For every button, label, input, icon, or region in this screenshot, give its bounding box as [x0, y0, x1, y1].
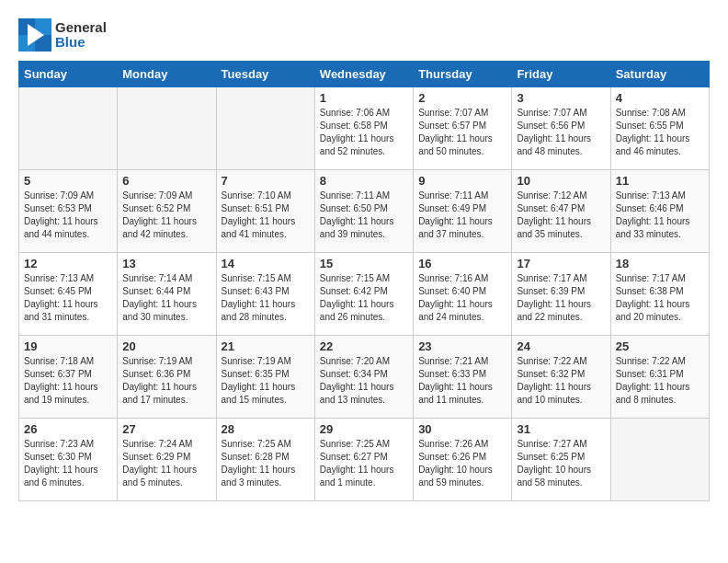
day-info: Sunrise: 7:07 AMSunset: 6:56 PMDaylight:… [517, 107, 605, 158]
day-info: Sunrise: 7:12 AMSunset: 6:47 PMDaylight:… [517, 190, 605, 241]
calendar-day-cell: 5Sunrise: 7:09 AMSunset: 6:53 PMDaylight… [19, 170, 118, 253]
calendar-day-cell: 8Sunrise: 7:11 AMSunset: 6:50 PMDaylight… [314, 170, 413, 253]
day-number: 22 [320, 339, 408, 353]
day-number: 17 [517, 257, 605, 270]
day-info: Sunrise: 7:27 AMSunset: 6:25 PMDaylight:… [517, 438, 605, 489]
calendar-day-cell: 24Sunrise: 7:22 AMSunset: 6:32 PMDayligh… [512, 336, 610, 419]
calendar-day-cell: 12Sunrise: 7:13 AMSunset: 6:45 PMDayligh… [19, 253, 118, 336]
calendar-day-cell: 13Sunrise: 7:14 AMSunset: 6:44 PMDayligh… [118, 253, 216, 336]
day-number: 3 [517, 91, 605, 105]
weekday-header: Tuesday [216, 62, 314, 87]
day-info: Sunrise: 7:26 AMSunset: 6:26 PMDaylight:… [418, 438, 506, 489]
day-number: 1 [320, 91, 408, 105]
calendar-day-cell: 14Sunrise: 7:15 AMSunset: 6:43 PMDayligh… [216, 253, 314, 336]
calendar-day-cell: 22Sunrise: 7:20 AMSunset: 6:34 PMDayligh… [314, 336, 413, 419]
day-number: 2 [418, 91, 506, 105]
day-info: Sunrise: 7:15 AMSunset: 6:43 PMDaylight:… [222, 272, 310, 324]
day-info: Sunrise: 7:24 AMSunset: 6:29 PMDaylight:… [122, 438, 210, 489]
calendar-day-cell: 30Sunrise: 7:26 AMSunset: 6:26 PMDayligh… [414, 419, 512, 501]
calendar-day-cell: 21Sunrise: 7:19 AMSunset: 6:35 PMDayligh… [216, 336, 314, 419]
weekday-header: Sunday [19, 62, 118, 87]
logo: General Blue [18, 18, 107, 52]
calendar-day-cell [216, 87, 314, 170]
day-info: Sunrise: 7:09 AMSunset: 6:53 PMDaylight:… [24, 190, 112, 241]
day-info: Sunrise: 7:08 AMSunset: 6:55 PMDaylight:… [616, 107, 704, 158]
calendar-week-row: 26Sunrise: 7:23 AMSunset: 6:30 PMDayligh… [19, 419, 710, 501]
day-info: Sunrise: 7:10 AMSunset: 6:51 PMDaylight:… [222, 190, 310, 241]
day-info: Sunrise: 7:19 AMSunset: 6:35 PMDaylight:… [222, 355, 310, 407]
logo-text: General Blue [18, 18, 107, 52]
day-number: 30 [418, 422, 506, 436]
day-info: Sunrise: 7:21 AMSunset: 6:33 PMDaylight:… [418, 355, 506, 407]
day-info: Sunrise: 7:23 AMSunset: 6:30 PMDaylight:… [24, 438, 112, 489]
day-number: 6 [122, 174, 210, 188]
day-number: 21 [222, 339, 310, 353]
day-number: 18 [616, 257, 704, 270]
calendar-day-cell: 7Sunrise: 7:10 AMSunset: 6:51 PMDaylight… [216, 170, 314, 253]
calendar-day-cell: 16Sunrise: 7:16 AMSunset: 6:40 PMDayligh… [414, 253, 512, 336]
calendar-week-row: 12Sunrise: 7:13 AMSunset: 6:45 PMDayligh… [19, 253, 710, 336]
calendar-day-cell: 29Sunrise: 7:25 AMSunset: 6:27 PMDayligh… [314, 419, 413, 501]
day-info: Sunrise: 7:09 AMSunset: 6:52 PMDaylight:… [122, 190, 210, 241]
day-number: 14 [222, 257, 310, 270]
calendar-day-cell [610, 419, 709, 501]
weekday-header: Friday [512, 62, 610, 87]
day-number: 9 [418, 174, 506, 188]
day-info: Sunrise: 7:16 AMSunset: 6:40 PMDaylight:… [418, 272, 506, 324]
logo-general: General [55, 20, 107, 36]
day-number: 8 [320, 174, 408, 188]
day-info: Sunrise: 7:25 AMSunset: 6:28 PMDaylight:… [222, 438, 310, 489]
day-info: Sunrise: 7:11 AMSunset: 6:50 PMDaylight:… [320, 190, 408, 241]
day-number: 7 [222, 174, 310, 188]
day-number: 31 [517, 422, 605, 436]
calendar-day-cell: 15Sunrise: 7:15 AMSunset: 6:42 PMDayligh… [314, 253, 413, 336]
day-number: 20 [122, 339, 210, 353]
calendar-day-cell: 20Sunrise: 7:19 AMSunset: 6:36 PMDayligh… [118, 336, 216, 419]
day-info: Sunrise: 7:20 AMSunset: 6:34 PMDaylight:… [320, 355, 408, 407]
day-info: Sunrise: 7:22 AMSunset: 6:31 PMDaylight:… [616, 355, 704, 407]
day-info: Sunrise: 7:11 AMSunset: 6:49 PMDaylight:… [418, 190, 506, 241]
calendar-day-cell [19, 87, 118, 170]
calendar-week-row: 1Sunrise: 7:06 AMSunset: 6:58 PMDaylight… [19, 87, 710, 170]
day-info: Sunrise: 7:18 AMSunset: 6:37 PMDaylight:… [24, 355, 112, 407]
weekday-header: Thursday [414, 62, 512, 87]
day-info: Sunrise: 7:17 AMSunset: 6:38 PMDaylight:… [616, 272, 704, 324]
logo-blue: Blue [55, 35, 107, 51]
day-info: Sunrise: 7:14 AMSunset: 6:44 PMDaylight:… [122, 272, 210, 324]
page-header: General Blue [18, 18, 710, 52]
calendar-day-cell [118, 87, 216, 170]
day-number: 23 [418, 339, 506, 353]
day-info: Sunrise: 7:25 AMSunset: 6:27 PMDaylight:… [320, 438, 408, 489]
day-number: 26 [24, 422, 112, 436]
calendar-day-cell: 18Sunrise: 7:17 AMSunset: 6:38 PMDayligh… [610, 253, 709, 336]
calendar-day-cell: 23Sunrise: 7:21 AMSunset: 6:33 PMDayligh… [414, 336, 512, 419]
day-number: 13 [122, 257, 210, 270]
calendar-day-cell: 6Sunrise: 7:09 AMSunset: 6:52 PMDaylight… [118, 170, 216, 253]
day-info: Sunrise: 7:17 AMSunset: 6:39 PMDaylight:… [517, 272, 605, 324]
calendar-week-row: 5Sunrise: 7:09 AMSunset: 6:53 PMDaylight… [19, 170, 710, 253]
day-number: 11 [616, 174, 704, 188]
day-info: Sunrise: 7:15 AMSunset: 6:42 PMDaylight:… [320, 272, 408, 324]
calendar-day-cell: 2Sunrise: 7:07 AMSunset: 6:57 PMDaylight… [414, 87, 512, 170]
day-info: Sunrise: 7:07 AMSunset: 6:57 PMDaylight:… [418, 107, 506, 158]
calendar-day-cell: 9Sunrise: 7:11 AMSunset: 6:49 PMDaylight… [414, 170, 512, 253]
day-number: 12 [24, 257, 112, 270]
day-number: 16 [418, 257, 506, 270]
calendar-table: SundayMondayTuesdayWednesdayThursdayFrid… [18, 61, 710, 501]
day-info: Sunrise: 7:06 AMSunset: 6:58 PMDaylight:… [320, 107, 408, 158]
calendar-day-cell: 31Sunrise: 7:27 AMSunset: 6:25 PMDayligh… [512, 419, 610, 501]
calendar-day-cell: 25Sunrise: 7:22 AMSunset: 6:31 PMDayligh… [610, 336, 709, 419]
day-number: 4 [616, 91, 704, 105]
day-info: Sunrise: 7:22 AMSunset: 6:32 PMDaylight:… [517, 355, 605, 407]
day-number: 19 [24, 339, 112, 353]
calendar-day-cell: 1Sunrise: 7:06 AMSunset: 6:58 PMDaylight… [314, 87, 413, 170]
day-number: 24 [517, 339, 605, 353]
calendar-day-cell: 19Sunrise: 7:18 AMSunset: 6:37 PMDayligh… [19, 336, 118, 419]
weekday-header: Wednesday [314, 62, 413, 87]
calendar-day-cell: 10Sunrise: 7:12 AMSunset: 6:47 PMDayligh… [512, 170, 610, 253]
day-number: 10 [517, 174, 605, 188]
calendar-day-cell: 4Sunrise: 7:08 AMSunset: 6:55 PMDaylight… [610, 87, 709, 170]
day-number: 28 [222, 422, 310, 436]
weekday-header: Monday [118, 62, 216, 87]
calendar-day-cell: 27Sunrise: 7:24 AMSunset: 6:29 PMDayligh… [118, 419, 216, 501]
